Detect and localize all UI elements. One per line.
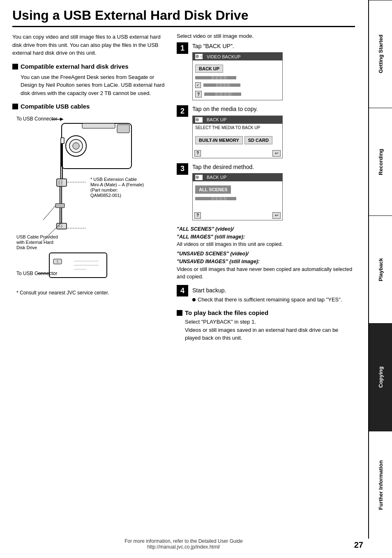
page-title: Using a USB External Hard Disk Drive bbox=[12, 8, 355, 27]
svg-rect-19 bbox=[61, 225, 62, 228]
square-icon bbox=[12, 64, 18, 69]
step-4: 4 Start backup. Check that there is suff… bbox=[177, 285, 355, 304]
svg-text:QAM0852-001): QAM0852-001) bbox=[90, 193, 121, 198]
desc-body-2: Videos or still images that have never b… bbox=[177, 266, 355, 281]
sidebar-tab-recording[interactable]: Recording bbox=[369, 108, 392, 215]
step-3-ui-mock: BACK UP ALL SCENES ? bbox=[192, 173, 283, 220]
compatible-drives-body: You can use the FreeAgent Desk series fr… bbox=[21, 73, 168, 97]
svg-text:To USB Connector: To USB Connector bbox=[16, 271, 57, 276]
square-icon-3 bbox=[177, 310, 182, 316]
square-icon-2 bbox=[12, 104, 18, 109]
step-2: 2 Tap on the media to copy. BACK UP SELE… bbox=[177, 105, 355, 158]
desc-heading-1b: "ALL IMAGES" (still image): bbox=[177, 234, 245, 240]
footer-text: For more information, refer to the Detai… bbox=[0, 538, 367, 544]
checkbox-icon[interactable]: ✓ bbox=[195, 82, 201, 88]
step-2-label: Tap on the media to copy. bbox=[192, 105, 355, 113]
section-compatible-drives: Compatible external hard disk drives bbox=[12, 63, 168, 70]
step-4-label: Start backup. bbox=[192, 287, 355, 294]
step-2-titlebar: BACK UP bbox=[207, 117, 226, 122]
svg-rect-8 bbox=[61, 138, 64, 144]
all-scenes-button[interactable]: ALL SCENES bbox=[195, 185, 231, 194]
built-in-memory-button[interactable]: BUILT-IN MEMORY bbox=[195, 136, 243, 144]
question-icon-2[interactable]: ? bbox=[194, 150, 201, 157]
sidebar-tab-playback[interactable]: Playback bbox=[369, 215, 392, 323]
svg-rect-25 bbox=[57, 260, 58, 263]
sidebar-tab-further-info[interactable]: Further Information bbox=[369, 431, 392, 539]
svg-text:Mini-A (Male) – A (Female): Mini-A (Male) – A (Female) bbox=[90, 182, 144, 187]
page-number: 27 bbox=[354, 540, 363, 550]
svg-rect-6 bbox=[82, 123, 115, 128]
svg-text:USB Cable Provided: USB Cable Provided bbox=[16, 234, 58, 239]
svg-line-38 bbox=[43, 206, 55, 220]
back-up-button-1[interactable]: BACK UP bbox=[195, 65, 223, 73]
back-icon[interactable]: ↩ bbox=[272, 150, 281, 157]
desc-heading-2b: "UNSAVED IMAGES" (still image): bbox=[177, 259, 260, 264]
compatible-cables-heading: Compatible USB cables bbox=[21, 103, 90, 110]
step-1-ui-mock: VIDEO BACKUP BACK UP ✓ bbox=[192, 52, 283, 100]
step-4-number: 4 bbox=[177, 285, 188, 296]
step-3-label: Tap the desired method. bbox=[192, 163, 355, 171]
step-3: 3 Tap the desired method. BACK UP ALL S bbox=[177, 163, 355, 220]
step-4-bullet: Check that there is sufficient remaining… bbox=[198, 296, 342, 303]
svg-point-5 bbox=[73, 143, 79, 149]
svg-rect-16 bbox=[55, 204, 65, 208]
desc-body-1: All videos or still images in this unit … bbox=[177, 241, 355, 248]
intro-text: You can copy video and still image files… bbox=[12, 33, 168, 57]
step-3-description: "ALL SCENES" (video)/ "ALL IMAGES" (stil… bbox=[177, 225, 355, 281]
step-2-number: 2 bbox=[177, 105, 188, 117]
bullet-dot bbox=[192, 298, 196, 301]
usb-diagram: To USB Connector bbox=[12, 113, 164, 286]
playback-heading: To play back the files copied bbox=[185, 309, 268, 316]
sidebar-tab-getting-started[interactable]: Getting Started bbox=[369, 0, 392, 108]
playback-body-line1: Select "PLAYBACK" in step 1. bbox=[185, 318, 355, 326]
svg-text:Disk Drive: Disk Drive bbox=[16, 245, 37, 250]
step-1-number: 1 bbox=[177, 42, 188, 54]
sidebar-tab-copying[interactable]: Copying bbox=[369, 323, 392, 431]
question-icon-3[interactable]: ? bbox=[194, 212, 201, 219]
svg-rect-13 bbox=[61, 180, 62, 185]
svg-rect-7 bbox=[117, 125, 129, 133]
playback-section: To play back the files copied Select "PL… bbox=[177, 309, 355, 342]
svg-rect-12 bbox=[58, 180, 60, 185]
compatible-drives-heading: Compatible external hard disk drives bbox=[21, 63, 129, 70]
step-3-titlebar: BACK UP bbox=[207, 175, 226, 180]
back-icon-2[interactable]: ↩ bbox=[272, 212, 281, 219]
desc-heading-1a: "ALL SCENES" (video)/ bbox=[177, 226, 234, 232]
desc-heading-2a: "UNSAVED SCENES" (video)/ bbox=[177, 251, 249, 257]
svg-text:To USB Connector: To USB Connector bbox=[16, 116, 57, 122]
step-2-subtitle: SELECT THE MEDIA TO BACK UP bbox=[195, 125, 280, 130]
svg-text:(Part number:: (Part number: bbox=[90, 188, 118, 192]
step-3-number: 3 bbox=[177, 163, 188, 175]
footer-url: http://manual.jvc.co.jp/index.html/ bbox=[0, 544, 367, 550]
select-mode-text: Select video or still image mode. bbox=[177, 33, 355, 39]
section-compatible-cables: Compatible USB cables bbox=[12, 103, 168, 110]
svg-text:* USB Extension Cable: * USB Extension Cable bbox=[90, 177, 137, 182]
step-1-label: Tap "BACK UP". bbox=[192, 42, 355, 50]
step-1: 1 Tap "BACK UP". VIDEO BACKUP bbox=[177, 42, 355, 100]
step-2-ui-mock: BACK UP SELECT THE MEDIA TO BACK UP BUIL… bbox=[192, 116, 283, 158]
question-icon[interactable]: ? bbox=[195, 91, 202, 97]
step-1-titlebar: VIDEO BACKUP bbox=[207, 54, 241, 59]
sd-card-button[interactable]: SD CARD bbox=[244, 136, 272, 144]
svg-text:with External Hard: with External Hard bbox=[16, 240, 53, 245]
footnote: * Consult your nearest JVC service cente… bbox=[16, 290, 168, 296]
right-sidebar: Getting Started Recording Playback Copyi… bbox=[368, 0, 392, 539]
playback-body-line2: Videos or still images saved in an exter… bbox=[185, 326, 355, 342]
page-footer: For more information, refer to the Detai… bbox=[0, 538, 392, 550]
